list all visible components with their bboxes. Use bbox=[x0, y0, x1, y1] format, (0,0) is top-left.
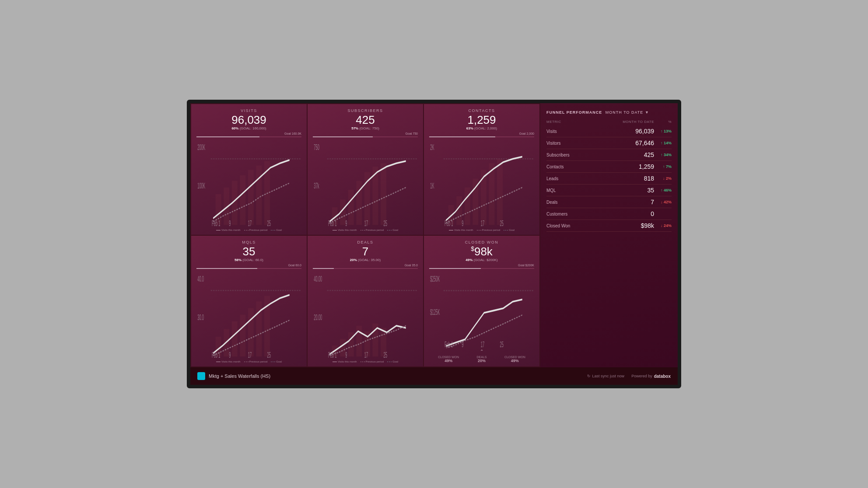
svg-text:9: 9 bbox=[229, 351, 231, 359]
closed-won-chart: $250K $125K Feb 1 9 17 25 bbox=[429, 271, 534, 348]
funnel-row-subscribers: Subscribers 425 34% bbox=[546, 149, 672, 161]
svg-rect-49 bbox=[248, 308, 254, 356]
closed-won-cell: CLOSED WON $98k 49% (GOAL: $200K) Goal $… bbox=[424, 236, 539, 366]
svg-text:17: 17 bbox=[481, 340, 484, 348]
deals-chart: 40.00 20.00 Feb 1 9 17 bbox=[313, 271, 418, 359]
deals-percent: 20% (GOAL: 35.00) bbox=[313, 258, 418, 262]
deals-cell: DEALS 7 20% (GOAL: 35.00) Goal 35.0 40.0… bbox=[308, 236, 423, 366]
svg-rect-62 bbox=[356, 325, 362, 356]
footer-left: Mktg + Sales Waterfalls (HS) bbox=[197, 372, 270, 380]
visits-title: VISITS bbox=[196, 108, 301, 113]
visits-legend: Visits this month Previous period Goal bbox=[196, 229, 301, 231]
svg-text:Feb 1: Feb 1 bbox=[328, 219, 337, 227]
footer: Mktg + Sales Waterfalls (HS) ↻ Last sync… bbox=[190, 367, 678, 385]
footer-sync: ↻ Last sync just now bbox=[587, 374, 625, 378]
svg-text:1K: 1K bbox=[430, 181, 434, 190]
deals-value: 7 bbox=[313, 245, 418, 258]
mqls-chart: 40.0 30.0 Feb 1 9 17 bbox=[196, 271, 301, 359]
funnel-header: FUNNEL PERFORMANCE MONTH TO DATE ▼ bbox=[546, 110, 672, 115]
visits-chart: 200K 100K bbox=[196, 139, 301, 227]
contacts-cell: CONTACTS 1,259 63% (GOAL: 2,000) Goal 2,… bbox=[424, 104, 539, 235]
funnel-panel: FUNNEL PERFORMANCE MONTH TO DATE ▼ Metri… bbox=[540, 103, 678, 367]
footer-title: Mktg + Sales Waterfalls (HS) bbox=[209, 373, 270, 379]
subscribers-title: SUBSCRIBERS bbox=[313, 108, 418, 113]
subscribers-percent: 57% (GOAL: 750) bbox=[313, 126, 418, 130]
dashboard-screen: VISITS 96,039 60% (GOAL: 160,000) Goal 1… bbox=[187, 100, 681, 388]
svg-text:Feb 1: Feb 1 bbox=[444, 340, 453, 348]
funnel-row-closed-won: Closed Won $98k 24% bbox=[546, 220, 672, 232]
deals-title: DEALS bbox=[313, 240, 418, 244]
svg-rect-47 bbox=[232, 321, 238, 356]
contacts-percent: 63% (GOAL: 2,000) bbox=[429, 126, 534, 130]
funnel-col-headers: Metric Month to date % bbox=[546, 120, 672, 124]
svg-text:20.00: 20.00 bbox=[314, 313, 322, 321]
mqls-legend: Visits this month Previous period Goal bbox=[196, 360, 301, 363]
app-logo-icon bbox=[197, 372, 205, 380]
svg-rect-48 bbox=[240, 314, 245, 356]
svg-text:9: 9 bbox=[345, 351, 347, 359]
svg-text:Feb 1: Feb 1 bbox=[212, 219, 220, 227]
main-content: VISITS 96,039 60% (GOAL: 160,000) Goal 1… bbox=[190, 103, 678, 367]
svg-text:25: 25 bbox=[383, 219, 387, 227]
svg-rect-19 bbox=[348, 189, 354, 225]
mqls-percent: 58% (GOAL: 60.0) bbox=[196, 258, 301, 262]
funnel-row-deals: Deals 7 42% bbox=[546, 196, 672, 208]
svg-text:30.0: 30.0 bbox=[197, 313, 204, 321]
funnel-row-leads: Leads 818 2% bbox=[546, 173, 672, 185]
svg-text:100K: 100K bbox=[197, 181, 205, 190]
closed-won-value: $98k bbox=[429, 245, 534, 258]
svg-text:9: 9 bbox=[462, 340, 463, 348]
mqls-title: MQLS bbox=[196, 240, 301, 244]
visits-percent: 60% (GOAL: 160,000) bbox=[196, 126, 301, 130]
footer-right: ↻ Last sync just now Powered by databox bbox=[587, 374, 671, 379]
svg-text:25: 25 bbox=[500, 219, 503, 227]
contacts-title: CONTACTS bbox=[429, 108, 534, 113]
svg-rect-8 bbox=[256, 165, 262, 225]
svg-text:17: 17 bbox=[364, 351, 368, 359]
footer-powered: Powered by databox bbox=[631, 374, 671, 379]
charts-area: VISITS 96,039 60% (GOAL: 160,000) Goal 1… bbox=[190, 103, 540, 367]
svg-rect-23 bbox=[381, 163, 386, 225]
svg-text:17: 17 bbox=[248, 219, 252, 227]
visits-cell: VISITS 96,039 60% (GOAL: 160,000) Goal 1… bbox=[191, 104, 307, 235]
mqls-cell: MQLS 35 58% (GOAL: 60.0) Goal 60.0 40.0 … bbox=[191, 236, 307, 366]
svg-text:Feb 1: Feb 1 bbox=[212, 351, 220, 359]
databox-brand: databox bbox=[654, 374, 671, 379]
svg-text:9: 9 bbox=[345, 219, 347, 227]
chevron-up-icon: ⌃ bbox=[429, 349, 534, 354]
funnel-row-customers: Customers 0 bbox=[546, 208, 672, 220]
mqls-value: 35 bbox=[196, 245, 301, 258]
contacts-legend: Visits this month Previous period Goal bbox=[429, 229, 534, 231]
visits-value: 96,039 bbox=[196, 114, 301, 126]
svg-text:9: 9 bbox=[229, 219, 231, 227]
svg-text:17: 17 bbox=[248, 351, 252, 359]
subscribers-value: 425 bbox=[313, 114, 418, 126]
svg-text:$250K: $250K bbox=[430, 275, 440, 283]
contacts-chart: 2K 1K Feb 1 9 17 bbox=[429, 139, 534, 227]
subscribers-cell: SUBSCRIBERS 425 57% (GOAL: 750) Goal 750… bbox=[308, 104, 423, 235]
funnel-row-visitors: Visitors 67,646 14% bbox=[546, 137, 672, 149]
svg-text:40.00: 40.00 bbox=[314, 275, 322, 283]
svg-rect-35 bbox=[481, 170, 486, 225]
funnel-row-contacts: Contacts 1,259 7% bbox=[546, 161, 672, 173]
deals-legend: Visits this month Previous period Goal bbox=[313, 360, 418, 363]
svg-text:Feb 1: Feb 1 bbox=[444, 219, 453, 227]
funnel-title: FUNNEL PERFORMANCE MONTH TO DATE ▼ bbox=[546, 110, 649, 115]
svg-rect-6 bbox=[240, 175, 245, 225]
closed-won-percent: 49% (GOAL: $200K) bbox=[429, 258, 534, 262]
svg-text:17: 17 bbox=[364, 219, 368, 227]
svg-rect-20 bbox=[356, 181, 362, 225]
funnel-row-visits: Visits 96,039 13% bbox=[546, 125, 672, 137]
svg-rect-33 bbox=[465, 187, 470, 225]
svg-text:25: 25 bbox=[267, 351, 270, 359]
svg-text:25: 25 bbox=[383, 351, 387, 359]
svg-text:25: 25 bbox=[500, 340, 504, 348]
svg-text:$125K: $125K bbox=[430, 308, 440, 316]
subscribers-legend: Visits this month Previous period Goal bbox=[313, 229, 418, 231]
svg-text:37k: 37k bbox=[314, 181, 319, 190]
svg-text:2K: 2K bbox=[430, 143, 434, 151]
svg-text:Feb 1: Feb 1 bbox=[328, 351, 337, 359]
svg-rect-37 bbox=[497, 159, 503, 225]
svg-text:17: 17 bbox=[481, 219, 484, 227]
svg-rect-7 bbox=[248, 170, 254, 225]
